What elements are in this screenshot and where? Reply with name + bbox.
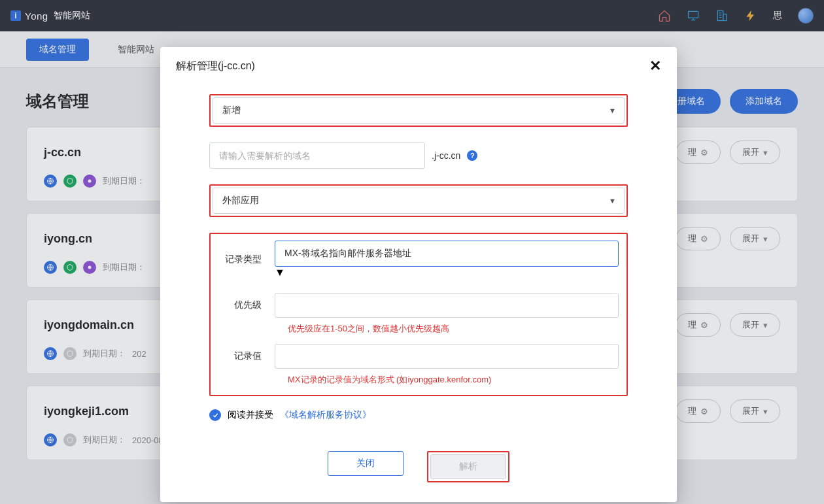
domain-name: iyongdomain.cn xyxy=(44,318,134,332)
chevron-down-icon: ▾ xyxy=(763,148,768,158)
brand-subtitle: 智能网站 xyxy=(54,10,90,22)
action-select[interactable]: 新增 xyxy=(213,97,625,124)
globe-icon xyxy=(44,347,57,360)
subdomain-row: .j-cc.cn ? xyxy=(209,143,628,169)
chevron-down-icon: ▾ xyxy=(763,407,768,416)
manage-button[interactable]: 理 ⚙ xyxy=(676,313,721,337)
page-title: 域名管理 xyxy=(26,91,89,112)
record-value-input[interactable] xyxy=(275,344,619,369)
chevron-down-icon: ▼ xyxy=(275,267,285,278)
expire-date: 202 xyxy=(132,349,146,359)
agreement-row: 阅读并接受 《域名解析服务协议》 xyxy=(209,409,628,421)
chevron-down-icon: ▾ xyxy=(763,320,768,330)
app-header: i Yong 智能网站 思 xyxy=(0,0,824,31)
expire-label: 到期日期： xyxy=(103,261,145,273)
building-icon[interactable] xyxy=(715,9,729,22)
gear-icon: ⚙ xyxy=(700,407,708,416)
record-type-select-wrap: MX-将域名指向邮件服务器地址 ▼ xyxy=(275,241,619,278)
agreement-prefix: 阅读并接受 xyxy=(228,409,273,421)
app-select[interactable]: 外部应用 xyxy=(213,188,625,214)
monitor-icon[interactable] xyxy=(687,9,700,22)
user-label: 思 xyxy=(773,10,782,22)
record-badge-icon xyxy=(83,175,96,188)
svg-point-4 xyxy=(88,180,92,183)
expand-button[interactable]: 展开 ▾ xyxy=(730,227,780,250)
svg-rect-0 xyxy=(689,11,698,18)
domain-name: iyong.cn xyxy=(44,232,92,246)
expand-button[interactable]: 展开 ▾ xyxy=(730,313,780,337)
domain-name: j-cc.cn xyxy=(44,146,81,160)
priority-label: 优先级 xyxy=(218,299,275,311)
record-type-select[interactable]: MX-将域名指向邮件服务器地址 xyxy=(275,241,619,267)
priority-hint: 优先级应在1-50之间，数值越小优先级越高 xyxy=(288,323,619,335)
gear-icon: ⚙ xyxy=(700,234,708,244)
globe-icon xyxy=(44,175,57,188)
brand-name: Yong xyxy=(25,10,48,22)
agreement-link[interactable]: 《域名解析服务协议》 xyxy=(280,409,371,421)
svg-rect-2 xyxy=(723,14,727,21)
gear-icon: ⚙ xyxy=(700,148,708,158)
modal-footer: 关闭 解析 xyxy=(160,435,677,502)
agreement-checkbox[interactable] xyxy=(209,409,221,421)
icp-badge-icon xyxy=(63,433,77,446)
domain-suffix: .j-cc.cn xyxy=(432,150,460,161)
record-fields-group: 记录类型 MX-将域名指向邮件服务器地址 ▼ 优先级 优先级应在1-50之间，数… xyxy=(209,233,628,396)
gear-icon: ⚙ xyxy=(700,320,708,330)
close-icon[interactable]: ✕ xyxy=(649,59,661,73)
bolt-icon[interactable] xyxy=(744,9,757,22)
brand-logo-icon: i xyxy=(10,10,21,21)
svg-rect-1 xyxy=(717,11,723,21)
expand-button[interactable]: 展开 ▾ xyxy=(730,399,780,423)
close-button[interactable]: 关闭 xyxy=(328,451,403,476)
resolve-button-highlight: 解析 xyxy=(427,451,509,482)
globe-icon xyxy=(44,261,57,274)
resolve-modal: 解析管理(j-cc.cn) ✕ 新增 ▼ .j-cc.cn ? 外部应用 ▼ xyxy=(160,47,677,502)
record-value-hint: MX记录的记录值为域名形式 (如iyonggate.kenfor.com) xyxy=(288,374,619,386)
globe-icon xyxy=(44,433,57,446)
home-icon[interactable] xyxy=(658,9,671,22)
manage-button[interactable]: 理 ⚙ xyxy=(676,227,721,250)
header-actions: 思 xyxy=(658,8,814,24)
subdomain-input[interactable] xyxy=(209,143,425,169)
action-select-wrap: 新增 ▼ xyxy=(209,94,628,127)
icp-badge-icon xyxy=(63,347,77,360)
brand: i Yong 智能网站 xyxy=(10,10,90,22)
manage-button[interactable]: 理 ⚙ xyxy=(676,399,721,423)
tab-smart-site[interactable]: 智能网站 xyxy=(105,39,167,61)
record-badge-icon xyxy=(83,261,96,274)
add-domain-button[interactable]: 添加域名 xyxy=(730,89,798,114)
expire-label: 到期日期： xyxy=(83,434,126,446)
priority-input[interactable] xyxy=(275,293,619,318)
domain-name: iyongkeji1.com xyxy=(44,405,129,418)
avatar[interactable] xyxy=(798,8,814,24)
resolve-button[interactable]: 解析 xyxy=(430,454,506,479)
record-value-label: 记录值 xyxy=(218,350,275,362)
expand-button[interactable]: 展开 ▾ xyxy=(730,141,780,164)
expire-label: 到期日期： xyxy=(103,175,145,187)
expire-label: 到期日期： xyxy=(83,348,126,360)
icp-badge-icon xyxy=(63,175,77,188)
modal-title: 解析管理(j-cc.cn) xyxy=(176,59,255,73)
tab-domain-manage[interactable]: 域名管理 xyxy=(26,39,89,61)
chevron-down-icon: ▾ xyxy=(763,234,768,244)
record-type-label: 记录类型 xyxy=(218,254,275,265)
help-icon[interactable]: ? xyxy=(467,150,477,161)
manage-button[interactable]: 理 ⚙ xyxy=(676,141,721,164)
icp-badge-icon xyxy=(63,261,77,274)
svg-point-6 xyxy=(88,266,92,269)
app-select-wrap: 外部应用 ▼ xyxy=(209,184,628,217)
